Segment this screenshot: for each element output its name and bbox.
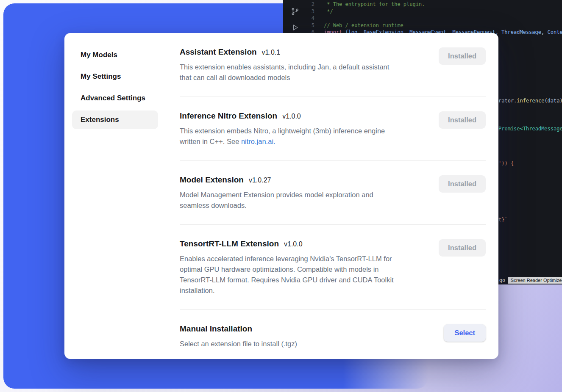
extension-info: Inference Nitro Extension v1.0.0 This ex… bbox=[180, 111, 385, 147]
installed-button[interactable]: Installed bbox=[439, 111, 486, 129]
extension-header: Assistant Extension v1.0.1 bbox=[180, 47, 389, 57]
line-number: 3 bbox=[303, 8, 314, 15]
extension-row: Inference Nitro Extension v1.0.0 This ex… bbox=[180, 97, 486, 161]
code-function-name: inference bbox=[517, 98, 544, 104]
extension-info: Assistant Extension v1.0.1 This extensio… bbox=[180, 47, 389, 83]
extension-description-line: This extension enables assistants, inclu… bbox=[180, 62, 389, 72]
code-text: rator. bbox=[498, 98, 517, 104]
nitro-jan-ai-link[interactable]: nitro.jan.ai. bbox=[241, 138, 275, 145]
extension-description-line: written in C++. See nitro.jan.ai. bbox=[180, 136, 385, 147]
line-number: 5 bbox=[303, 22, 314, 29]
description-text: written in C++. See bbox=[180, 138, 241, 145]
code-token: ThreadMessage bbox=[501, 29, 541, 35]
extension-title: Inference Nitro Extension bbox=[180, 111, 277, 121]
extension-description-line: TensorRT-LLM format. Requires Nvidia GPU… bbox=[180, 275, 394, 285]
sidebar-item-my-settings[interactable]: My Settings bbox=[72, 67, 158, 86]
extension-title: Assistant Extension bbox=[180, 47, 257, 57]
extension-description-line: seamless downloads. bbox=[180, 200, 373, 211]
extension-description-line: This extension embeds Nitro, a lightweig… bbox=[180, 126, 385, 136]
code-line: 3 */ bbox=[303, 8, 562, 15]
extension-version: v1.0.1 bbox=[262, 49, 281, 56]
extension-header: Manual Installation bbox=[180, 324, 297, 334]
code-comment: * The entrypoint for the plugin. bbox=[324, 1, 425, 8]
status-text: go bbox=[499, 277, 505, 283]
screen-reader-badge: Screen Reader Optimized bbox=[508, 277, 562, 284]
extension-title: Model Extension bbox=[180, 175, 244, 185]
code-line: 4 bbox=[303, 15, 562, 22]
line-number: 2 bbox=[303, 1, 314, 8]
sidebar-item-extensions[interactable]: Extensions bbox=[72, 110, 158, 129]
code-token: ContentType bbox=[547, 29, 562, 35]
extension-version: v1.0.0 bbox=[284, 240, 303, 248]
extension-row: Model Extension v1.0.27 Model Management… bbox=[180, 161, 486, 225]
extension-info: Manual Installation Select an extension … bbox=[180, 324, 297, 349]
extension-version: v1.0.0 bbox=[282, 113, 301, 120]
extension-header: Model Extension v1.0.27 bbox=[180, 175, 373, 185]
settings-sidebar: My Models My Settings Advanced Settings … bbox=[64, 33, 165, 359]
extension-description-line: Model Management Extension provides mode… bbox=[180, 190, 373, 200]
extension-row: TensortRT-LLM Extension v1.0.0 Enables a… bbox=[180, 225, 486, 310]
code-fragment: rator.inference(data)); bbox=[498, 98, 562, 104]
source-control-branch-icon[interactable] bbox=[290, 7, 300, 16]
code-comment: // Web / extension runtime bbox=[324, 22, 403, 29]
extension-info: Model Extension v1.0.27 Model Management… bbox=[180, 175, 373, 211]
code-text: (data)); bbox=[544, 98, 562, 104]
settings-modal: My Models My Settings Advanced Settings … bbox=[64, 33, 498, 359]
select-button[interactable]: Select bbox=[444, 324, 486, 342]
screenshot-root: 2 * The entrypoint for the plugin. 3 */ … bbox=[0, 0, 562, 392]
editor-status-area: go Screen Reader Optimized bbox=[499, 277, 562, 284]
installed-button[interactable]: Installed bbox=[439, 47, 486, 65]
sidebar-item-my-models[interactable]: My Models bbox=[72, 46, 158, 64]
extension-description-line: optimal GPU hardware optimizations. Comp… bbox=[180, 264, 394, 275]
editor-gutter bbox=[287, 7, 303, 32]
extension-version: v1.0.27 bbox=[249, 177, 271, 184]
extension-header: Inference Nitro Extension v1.0.0 bbox=[180, 111, 385, 121]
extensions-list: Assistant Extension v1.0.1 This extensio… bbox=[165, 33, 498, 359]
extension-description-line: Enables accelerated inference leveraging… bbox=[180, 254, 394, 264]
sidebar-item-advanced-settings[interactable]: Advanced Settings bbox=[72, 89, 158, 108]
code-line: 2 * The entrypoint for the plugin. bbox=[303, 1, 562, 8]
extension-info: TensortRT-LLM Extension v1.0.0 Enables a… bbox=[180, 239, 394, 296]
code-fragment: t}` bbox=[498, 217, 508, 223]
code-text: , bbox=[541, 29, 547, 35]
extension-header: TensortRT-LLM Extension v1.0.0 bbox=[180, 239, 394, 248]
code-comment: */ bbox=[324, 8, 333, 15]
installed-button[interactable]: Installed bbox=[439, 239, 486, 257]
code-fragment: ')) { bbox=[498, 160, 514, 166]
extension-row: Assistant Extension v1.0.1 This extensio… bbox=[180, 33, 486, 97]
code-line: 5// Web / extension runtime bbox=[303, 22, 562, 29]
extension-description-line: installation. bbox=[180, 285, 394, 296]
code-fragment: Promise<ThreadMessage> bbox=[498, 126, 562, 132]
extension-title: TensortRT-LLM Extension bbox=[180, 239, 279, 248]
extension-row: Manual Installation Select an extension … bbox=[180, 310, 486, 359]
run-debug-icon[interactable] bbox=[290, 23, 300, 32]
extension-description-line: Select an extension file to install (.tg… bbox=[180, 339, 297, 349]
installed-button[interactable]: Installed bbox=[439, 175, 486, 193]
extension-title: Manual Installation bbox=[180, 324, 252, 334]
extension-description-line: that can call all downloaded models bbox=[180, 72, 389, 83]
line-number: 4 bbox=[303, 15, 314, 22]
code-lines: 2 * The entrypoint for the plugin. 3 */ … bbox=[303, 1, 562, 36]
